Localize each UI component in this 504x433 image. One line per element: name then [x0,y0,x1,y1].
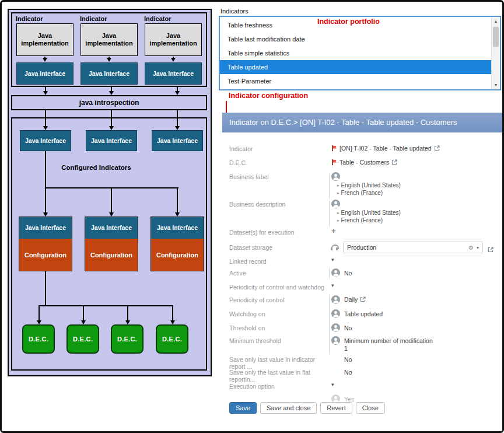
field-label: Periodicity of control and watchdog [229,284,328,291]
language-item[interactable]: ▸English (United States) [337,182,401,188]
arrow-down-icon [172,305,173,320]
form-row-minimum-threshold: Minimum threshold Minimum number of modi… [222,337,502,355]
chevron-down-icon[interactable]: ▾ [331,282,334,288]
field-label: Dataset(s) for execution [229,229,328,236]
form-row-save-last-flat: Save only the last value in flat reporti… [222,369,502,380]
indicator-column-1: Indicator Java implementation Java Inter… [15,15,75,85]
avatar-icon [331,268,340,277]
form-row-execution-option: Execution option ▾ [222,383,502,394]
periodicity-value[interactable]: Daily [344,296,366,303]
chevron-down-icon[interactable]: ▾ [477,245,479,250]
field-label: Business description [229,201,328,208]
screenshot-frame: Indicator Java implementation Java Inter… [0,0,504,433]
button-row: Save Save and close Revert Close [229,402,385,414]
expand-triangle-icon[interactable]: ▸ [337,211,340,215]
list-item[interactable]: Table last modification date [220,32,491,46]
java-interface-box: Java Interface [152,130,203,151]
arrow-down-icon [45,87,46,91]
active-value: No [344,270,352,277]
save-and-close-button[interactable]: Save and close [260,402,317,414]
arrow-down-icon [173,57,174,58]
dec-value-text: Table - Customers [340,159,389,166]
field-label: Dataset storage [229,244,328,251]
list-item-selected[interactable]: Table updated [220,60,491,74]
form-row-watchdog-on: Watchdog on Table updated [222,310,502,322]
form-row-datasets-execution: Dataset(s) for execution + [222,229,502,240]
close-button[interactable]: Close [356,402,385,414]
field-label: Execution option [229,383,328,390]
gear-icon[interactable]: ⚙ [468,245,474,251]
indicator-list-items: Table freshness Table last modification … [220,18,491,88]
indicator-list: Table freshness Table last modification … [219,16,501,90]
expand-triangle-icon[interactable]: ▸ [337,218,340,222]
indicator-label: Indicator [144,15,171,22]
expand-triangle-icon[interactable]: ▸ [337,191,340,195]
java-implementation-box: Java implementation [80,23,138,56]
avatar-icon [331,172,340,181]
configured-indicator-box: Java Interface Configuration [85,216,138,271]
java-interface-box: Java Interface [20,130,71,151]
arrow-down-icon [177,110,178,126]
field-label: Business label [229,173,328,180]
indicator-value-text: [ON] T-I02 - Table - Table updated [340,145,432,152]
arrow-down-icon [127,305,128,320]
dec-box: D.E.C. [66,324,99,354]
field-label: Active [229,270,328,277]
arrow-down-icon [108,57,110,58]
avatar-icon [331,323,340,332]
save-button[interactable]: Save [229,402,257,414]
connector-line [45,271,46,305]
form-row-dec: D.E.C. Table - Customers [222,159,502,171]
field-label: Periodicity of control [229,296,328,303]
java-interface-box: Java Interface [16,62,74,85]
field-label: D.E.C. [229,159,328,166]
dec-flag-icon [331,159,337,165]
java-interface-box: Java Interface [145,62,202,85]
dataset-storage-value: Production [347,244,376,251]
form-row-threshold-on: Threshold on No [222,324,502,336]
scrollbar-thumb[interactable] [493,27,499,47]
configured-indicator-box: Java Interface Configuration [150,216,204,271]
chevron-down-icon[interactable]: ▾ [331,257,334,263]
scroll-up-icon[interactable]: ▲ [492,17,500,26]
arrow-down-icon [38,305,40,320]
language-item[interactable]: ▸French (France) [337,217,383,224]
external-link-icon[interactable] [360,296,366,302]
language-item[interactable]: ▸French (France) [337,190,383,196]
list-item[interactable]: Table simple statistics [220,46,491,60]
language-item[interactable]: ▸English (United States) [337,209,401,216]
field-label: Save only last value in indicator report… [229,356,328,370]
form-row-periodicity-of-control: Periodicity of control Daily [222,296,502,308]
external-link-icon[interactable] [434,145,440,151]
field-label: Save only the last value in flat reporti… [229,369,328,383]
dec-value[interactable]: Table - Customers [331,159,397,166]
field-label: Watchdog on [229,310,328,317]
configuration-box: Configuration [19,239,72,271]
form-row-dataset-storage: Dataset storage Production ⚙ ▾ [222,244,502,256]
indicator-value[interactable]: [ON] T-I02 - Table - Table updated [331,145,440,152]
indicator-label: Indicator [16,15,43,22]
configured-indicators-label: Configured Indicators [44,164,149,171]
indicator-configuration-panel: Indicator on D.E.C.> [ON] T-I02 - Table … [222,113,502,417]
external-link-icon[interactable] [391,159,397,165]
indicator-column-2: Indicator Java implementation Java Inter… [79,15,139,85]
scrollbar[interactable]: ▲ ▼ [491,17,500,89]
chevron-down-icon[interactable]: ▾ [331,382,334,387]
java-interface-box: Java Interface [151,217,204,239]
form-row-linked-record: Linked record ▾ [222,258,502,270]
expand-triangle-icon[interactable]: ▸ [337,183,340,187]
list-item[interactable]: Test-Parameter [220,74,491,88]
java-introspection-band: java introspection [11,95,207,110]
arrow-down-icon [111,87,112,91]
dataset-storage-select[interactable]: Production ⚙ ▾ [343,242,483,253]
dec-box: D.E.C. [22,324,55,354]
revert-button[interactable]: Revert [320,402,352,414]
dec-architecture-diagram: Indicator Java implementation Java Inter… [8,9,212,376]
indicator-label: Indicator [80,15,107,22]
indicator-column-3: Indicator Java implementation Java Inter… [143,15,204,85]
add-dataset-button[interactable]: + [331,226,336,235]
scroll-down-icon[interactable]: ▼ [492,81,500,89]
external-link-icon[interactable] [488,245,494,255]
arrow-down-icon [45,110,46,126]
indicator-flag-icon [331,145,337,151]
